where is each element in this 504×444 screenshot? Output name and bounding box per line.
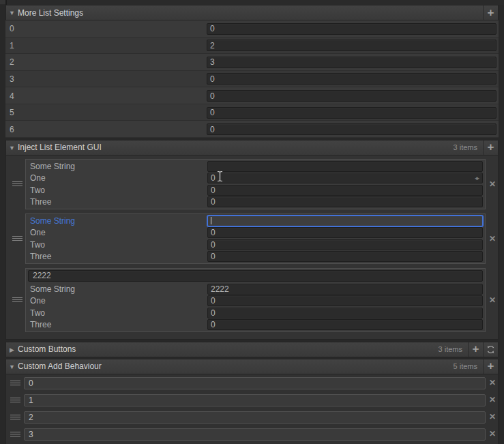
drag-handle-icon[interactable] xyxy=(10,398,20,403)
refresh-button[interactable] xyxy=(483,342,498,357)
plus-icon: + xyxy=(488,140,494,154)
drag-handle-icon[interactable] xyxy=(12,181,23,187)
field-value: 0 xyxy=(211,173,216,183)
field-row: Some String xyxy=(28,215,483,227)
field-value: 0 xyxy=(211,186,216,195)
element-box: Some String One 0 ◂▸ Two 0 xyxy=(25,159,486,209)
some-string-field[interactable] xyxy=(207,161,483,172)
drag-handle-icon[interactable] xyxy=(12,236,23,241)
section-header-custom-buttons[interactable]: ▶ Custom Buttons 3 items + xyxy=(5,342,499,357)
value-field[interactable]: 0 xyxy=(207,107,496,119)
three-field[interactable]: 0 xyxy=(207,319,483,330)
value-field[interactable]: 0 xyxy=(207,123,496,135)
header-buttons: + xyxy=(483,5,498,20)
value-field[interactable]: 0 xyxy=(24,377,486,389)
add-item-button[interactable]: + xyxy=(483,5,498,20)
field-label: Some String xyxy=(28,162,207,171)
items-count: 3 items xyxy=(439,345,468,353)
list-row: 2 3 xyxy=(5,54,499,71)
remove-element-button[interactable]: ✕ xyxy=(489,179,496,189)
section-header-inject-list[interactable]: ▼ Inject List Element GUI 3 items + xyxy=(5,140,499,156)
plus-icon: + xyxy=(473,342,479,356)
drag-handle-icon[interactable] xyxy=(10,381,20,386)
text-caret xyxy=(211,217,211,224)
remove-element-button[interactable]: ✕ xyxy=(489,378,496,387)
list-row: 4 0 xyxy=(5,87,499,104)
value-field[interactable]: 3 xyxy=(207,57,496,68)
field-row: Three 0 xyxy=(28,250,483,263)
remove-element-button[interactable]: ✕ xyxy=(489,395,496,404)
drag-handle-icon[interactable] xyxy=(12,297,23,303)
value-field[interactable]: 0 xyxy=(207,73,496,85)
remove-element-button[interactable]: ✕ xyxy=(489,412,496,421)
value-field[interactable]: 0 xyxy=(207,23,496,35)
field-label: One xyxy=(28,296,207,306)
field-value: 2 xyxy=(210,41,215,50)
field-value: 0 xyxy=(210,74,215,84)
field-value: 0 xyxy=(210,108,215,117)
field-value: 0 xyxy=(211,240,216,250)
remove-element-button[interactable]: ✕ xyxy=(489,429,496,439)
value-field[interactable]: 1 xyxy=(24,394,486,406)
two-field[interactable]: 0 xyxy=(207,308,483,319)
add-item-button[interactable]: + xyxy=(483,359,498,374)
add-item-button[interactable]: + xyxy=(468,342,483,357)
field-value: 0 xyxy=(29,379,33,388)
custom-add-list-body: 0 ✕ 1 ✕ 2 ✕ 3 ✕ 4 ✕ xyxy=(5,374,499,444)
drag-handle-icon[interactable] xyxy=(10,415,20,420)
field-label: Three xyxy=(28,320,207,329)
value-field[interactable]: 2 xyxy=(24,411,486,424)
field-label: Two xyxy=(28,308,207,318)
list-row: 0 0 xyxy=(5,20,499,38)
field-value: 2222 xyxy=(33,271,51,280)
field-value: 1 xyxy=(29,396,33,405)
items-count: 3 items xyxy=(454,143,483,151)
one-field[interactable]: 0 xyxy=(207,227,483,238)
remove-element-button[interactable]: ✕ xyxy=(489,234,496,243)
element-box: Some String One 0 Two 0 Three 0 xyxy=(25,213,486,264)
field-value: 3 xyxy=(29,430,33,439)
field-value: 0 xyxy=(211,252,216,261)
foldout-open-icon[interactable]: ▼ xyxy=(6,363,18,370)
row-label: 0 xyxy=(5,24,207,33)
previous-content-divider xyxy=(5,0,7,5)
list-row: 1 ✕ xyxy=(6,394,498,406)
unity-inspector-panel: ▼ More List Settings + 0 0 1 2 2 3 3 0 xyxy=(0,0,504,444)
field-row: Some String 2222 xyxy=(28,283,483,295)
foldout-closed-icon[interactable]: ▶ xyxy=(6,346,18,353)
list-row: 3 0 xyxy=(5,71,499,88)
list-row: 2 ✕ xyxy=(6,411,498,424)
one-field[interactable]: 0 ◂▸ xyxy=(207,173,483,183)
value-field[interactable]: 3 xyxy=(24,428,486,441)
row-label: 3 xyxy=(5,74,207,84)
add-item-button[interactable]: + xyxy=(483,140,498,155)
row-label: 4 xyxy=(5,91,207,101)
foldout-open-icon[interactable]: ▼ xyxy=(6,9,18,16)
field-label: One xyxy=(28,228,207,237)
two-field[interactable]: 0 xyxy=(207,185,483,196)
section-header-more-list-settings[interactable]: ▼ More List Settings + xyxy=(5,5,499,20)
field-row: Three 0 xyxy=(28,319,483,331)
three-field[interactable]: 0 xyxy=(207,196,483,207)
section-header-custom-add-behaviour[interactable]: ▼ Custom Add Behaviour 5 items + xyxy=(5,359,499,374)
field-value: 0 xyxy=(210,125,215,134)
field-value: 0 xyxy=(211,228,216,237)
one-field[interactable]: 0 xyxy=(207,295,483,306)
list-element: Some String One 0 ◂▸ Two 0 xyxy=(25,159,486,209)
element-box: 2222 Some String 2222 One 0 Two 0 Three xyxy=(25,268,486,332)
some-string-field-focused[interactable] xyxy=(207,216,483,226)
two-field[interactable]: 0 xyxy=(207,239,483,250)
header-buttons: 3 items + xyxy=(454,140,498,155)
drag-handle-icon[interactable] xyxy=(10,432,20,437)
three-field[interactable]: 0 xyxy=(207,251,483,262)
list-row: 5 0 xyxy=(5,104,499,121)
remove-element-button[interactable]: ✕ xyxy=(489,295,496,305)
foldout-open-icon[interactable]: ▼ xyxy=(6,144,18,151)
some-string-field[interactable]: 2222 xyxy=(207,284,483,295)
value-field[interactable]: 0 xyxy=(207,90,496,102)
value-field[interactable]: 2 xyxy=(207,40,496,51)
field-value: 2222 xyxy=(211,284,229,294)
element-header-field[interactable]: 2222 xyxy=(28,270,483,282)
inject-list-body: Some String One 0 ◂▸ Two 0 xyxy=(5,156,499,340)
field-value: 0 xyxy=(210,24,215,33)
